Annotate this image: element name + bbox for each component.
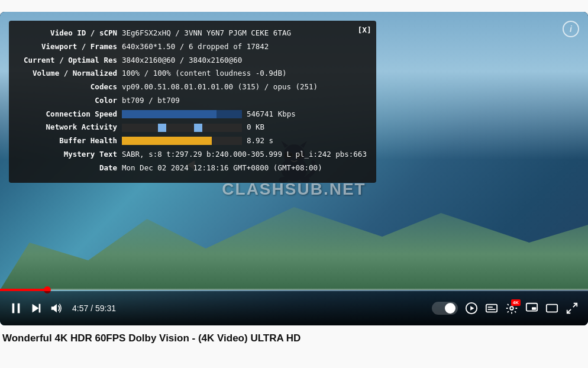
stats-label-volume: Volume / Normalized	[18, 68, 122, 79]
fullscreen-icon	[566, 302, 579, 315]
autoplay-next-button[interactable]	[465, 302, 478, 315]
quality-badge: 4K	[511, 299, 521, 306]
stats-row-volume: Volume / Normalized 100% / 100% (content…	[18, 68, 367, 79]
fullscreen-button[interactable]	[566, 302, 579, 315]
svg-rect-21	[532, 307, 536, 310]
subtitles-icon	[485, 302, 498, 315]
stats-row-viewport: Viewport / Frames 640x360*1.50 / 6 dropp…	[18, 41, 367, 53]
stats-value-network: 0 KB	[247, 122, 367, 133]
svg-line-24	[567, 309, 571, 313]
connection-speed-bar-container: 546741 Kbps	[122, 109, 367, 120]
stats-label-mystery: Mystery Text	[18, 149, 122, 160]
network-bar-container: 0 KB	[122, 122, 367, 133]
info-icon[interactable]: i	[563, 21, 579, 37]
stats-value-buffer: 8.92 s	[247, 135, 367, 147]
subtitles-button[interactable]	[485, 302, 498, 315]
stats-row-connection-speed: Connection Speed 546741 Kbps	[18, 109, 367, 120]
stats-row-codecs: Codecs vp09.00.51.08.01.01.01.00 (315) /…	[18, 82, 367, 93]
theater-icon	[545, 302, 558, 315]
svg-line-23	[573, 304, 577, 307]
next-icon	[30, 302, 43, 315]
stats-label-buffer: Buffer Health	[18, 135, 122, 147]
network-seg-2	[194, 124, 202, 132]
time-current: 4:57	[72, 304, 88, 313]
video-player: [X] Video ID / sCPN 3Eg6FSX2xHQ / 3VNN Y…	[0, 12, 588, 325]
time-separator: /	[88, 304, 95, 313]
svg-marker-13	[51, 304, 57, 313]
autoplay-toggle[interactable]	[432, 302, 458, 315]
stats-label-resolution: Current / Optimal Res	[18, 55, 122, 66]
volume-icon	[50, 302, 63, 315]
svg-point-19	[510, 306, 513, 310]
stats-value-volume: 100% / 100% (content loudness -0.9dB)	[122, 68, 367, 79]
network-activity-bar	[122, 124, 242, 132]
stats-label-date: Date	[18, 163, 122, 174]
stats-row-color: Color bt709 / bt709	[18, 95, 367, 106]
play-circle-icon	[465, 302, 478, 315]
stats-value-viewport: 640x360*1.50 / 6 dropped of 17842	[122, 41, 367, 53]
controls-bar: 4:57 / 59:31	[0, 291, 588, 325]
stats-label-color: Color	[18, 95, 122, 106]
svg-rect-22	[547, 305, 557, 312]
stats-value-date: Mon Dec 02 2024 12:18:16 GMT+0800 (GMT+0…	[122, 163, 367, 174]
buffer-bar-container: 8.92 s	[122, 135, 367, 147]
stats-overlay: [X] Video ID / sCPN 3Eg6FSX2xHQ / 3VNN Y…	[9, 21, 376, 183]
stats-close-button[interactable]: [X]	[357, 25, 371, 34]
speed-bar-fill	[122, 110, 242, 118]
stats-label-videoid: Video ID / sCPN	[18, 28, 122, 39]
buffer-health-bar	[122, 137, 242, 145]
video-area[interactable]: [X] Video ID / sCPN 3Eg6FSX2xHQ / 3VNN Y…	[0, 12, 588, 325]
svg-marker-15	[470, 306, 474, 310]
video-title: Wonderful 4K HDR 60FPS Dolby Vision - (4…	[0, 325, 588, 347]
stats-label-network: Network Activity	[18, 122, 122, 133]
stats-value-mystery: SABR, s:8 t:297.29 b:240.000-305.999 L p…	[122, 149, 367, 160]
stats-row-buffer: Buffer Health 8.92 s	[18, 135, 367, 147]
svg-rect-9	[12, 304, 15, 314]
buffer-fill	[122, 137, 212, 145]
stats-label-connection-speed: Connection Speed	[18, 109, 122, 120]
stats-row-videoid: Video ID / sCPN 3Eg6FSX2xHQ / 3VNN Y6N7 …	[18, 28, 367, 39]
speed-bar-gap	[217, 110, 242, 118]
network-seg-1	[158, 124, 166, 132]
stats-row-date: Date Mon Dec 02 2024 12:18:16 GMT+0800 (…	[18, 163, 367, 174]
pause-button[interactable]	[9, 302, 22, 315]
svg-marker-11	[33, 304, 39, 313]
pause-icon	[9, 302, 22, 315]
stats-label-viewport: Viewport / Frames	[18, 41, 122, 53]
stats-value-connection-speed: 546741 Kbps	[247, 109, 367, 120]
miniplayer-icon	[525, 302, 538, 315]
connection-speed-bar	[122, 110, 242, 118]
svg-rect-12	[39, 304, 41, 313]
stats-label-codecs: Codecs	[18, 82, 122, 93]
stats-value-resolution: 3840x2160@60 / 3840x2160@60	[122, 55, 367, 66]
time-total: 59:31	[95, 304, 116, 313]
stats-value-codecs: vp09.00.51.08.01.01.01.00 (315) / opus (…	[122, 82, 367, 93]
next-button[interactable]	[30, 302, 43, 315]
stats-row-network: Network Activity 0 KB	[18, 122, 367, 133]
stats-row-mystery: Mystery Text SABR, s:8 t:297.29 b:240.00…	[18, 149, 367, 160]
volume-button[interactable]	[50, 302, 63, 315]
theater-button[interactable]	[545, 302, 558, 315]
stats-value-videoid: 3Eg6FSX2xHQ / 3VNN Y6N7 PJGM CEKE 6TAG	[122, 28, 367, 39]
svg-rect-16	[486, 305, 497, 312]
miniplayer-button[interactable]	[525, 302, 538, 315]
settings-button[interactable]: 4K	[505, 302, 518, 315]
stats-value-color: bt709 / bt709	[122, 95, 367, 106]
stats-row-resolution: Current / Optimal Res 3840x2160@60 / 384…	[18, 55, 367, 66]
toggle-dot	[445, 303, 455, 314]
svg-rect-10	[18, 304, 20, 314]
time-display: 4:57 / 59:31	[72, 304, 116, 313]
info-icon-label: i	[570, 24, 572, 34]
